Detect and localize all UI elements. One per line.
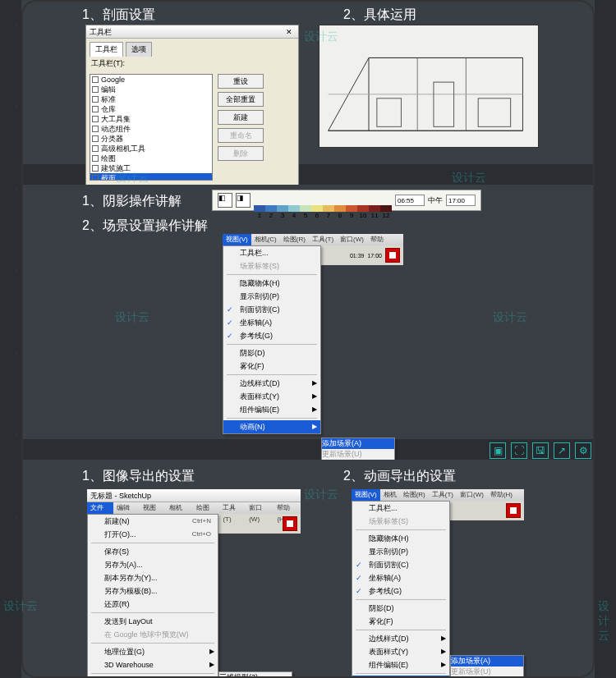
dropdown-item[interactable]: 组件编辑(E)▶ [352, 658, 449, 671]
list-item[interactable]: 编辑 [90, 85, 212, 94]
menu-item[interactable]: 帮助 [367, 234, 387, 245]
menu-item[interactable]: 相机(C) [166, 502, 193, 514]
dropdown-item[interactable]: 表面样式(Y)▶ [352, 645, 449, 658]
shadow-toggle-icon[interactable]: ◧ [218, 193, 232, 208]
submenu-item[interactable]: 三维模型(3)... [219, 672, 292, 678]
sketchup-logo-icon [385, 248, 400, 263]
menu-item[interactable]: 相机 [380, 489, 400, 501]
dropdown-item[interactable]: 打开(O)...Ctrl+O [88, 528, 218, 541]
dropdown-item[interactable]: 发送到 LayOut [88, 615, 218, 628]
separator [91, 543, 214, 543]
month-scale[interactable]: 123456789101112 [254, 196, 392, 204]
menu-item[interactable]: 工具(T) [429, 489, 457, 501]
shadow-settings-icon[interactable]: ◨ [236, 193, 251, 208]
separator [227, 344, 317, 345]
menu-item[interactable]: 窗口(W) [246, 502, 274, 514]
dropdown-item[interactable]: 动画(N)▶ [223, 420, 320, 433]
menu-item[interactable]: 帮助(H) [274, 502, 301, 514]
dropdown-item[interactable]: 阴影(D) [223, 346, 320, 360]
window-titlebar[interactable]: 无标题 - SketchUp [87, 489, 301, 502]
list-item[interactable]: 动态组件 [90, 124, 212, 134]
dialog-button[interactable]: 全部重置 [218, 92, 264, 107]
dialog-button[interactable]: 新建 [218, 110, 264, 125]
time-end[interactable]: 17:00 [446, 195, 476, 206]
dropdown-item[interactable]: 雾化(F) [223, 360, 320, 373]
dropdown-item[interactable]: 副本另存为(Y)... [88, 571, 218, 584]
dropdown-item[interactable]: ✓剖面切割(C) [223, 303, 320, 316]
month-tick: 10 [357, 196, 369, 205]
action-button[interactable]: 🖫 [532, 442, 549, 459]
dropdown-item[interactable]: 阴影(D) [352, 602, 449, 615]
dropdown-item[interactable]: ✓参考线(G) [352, 584, 449, 598]
title-anim-export: 2、动画导出的设置 [343, 468, 456, 485]
dropdown-item[interactable]: ✓坐标轴(A) [352, 571, 449, 584]
close-icon[interactable]: ✕ [283, 25, 295, 38]
submenu-item: 更新场景(U) [322, 449, 394, 460]
dropdown-item[interactable]: 3D Warehouse▶ [88, 658, 218, 671]
menu-item[interactable]: 视图(V) [140, 502, 166, 514]
menu-item[interactable]: 相机(C) [251, 234, 280, 245]
list-item[interactable]: 高级相机工具 [90, 144, 212, 153]
dropdown-item[interactable]: ✓坐标轴(A) [223, 316, 320, 329]
separator [227, 374, 317, 375]
dropdown-item[interactable]: 隐藏物体(H) [223, 277, 320, 290]
month-tick: 6 [311, 196, 323, 205]
dropdown-item[interactable]: 保存(S) [88, 545, 218, 558]
anim-menu-window: 视图(V)相机绘图(R)工具(T)窗口(W)帮助(H) 工具栏...场景标签(S… [352, 489, 524, 520]
menu-item[interactable]: 文件(F) [87, 502, 113, 514]
dialog-titlebar[interactable]: 工具栏 ✕ [86, 25, 298, 39]
list-item[interactable]: 标准 [90, 94, 212, 104]
dropdown-item[interactable]: 工具栏... [352, 502, 449, 515]
dropdown-item[interactable]: 另存为(A)... [88, 558, 218, 571]
list-item[interactable]: 分类器 [90, 134, 212, 144]
action-button[interactable]: ↗ [554, 442, 570, 459]
menu-item[interactable]: 窗口(W) [337, 234, 367, 245]
dialog-button[interactable]: 重设 [218, 74, 264, 89]
menu-item[interactable]: 视图(V) [352, 489, 380, 501]
menubar: 文件(F)编辑(E)视图(V)相机(C)绘图(R)工具(T)窗口(W)帮助(H) [87, 502, 301, 514]
menu-item[interactable]: 绘图(R) [193, 502, 220, 514]
menu-item[interactable]: 编辑(E) [113, 502, 140, 514]
dialog-button: 重命名 [218, 128, 264, 143]
file-menu-window: 无标题 - SketchUp 文件(F)编辑(E)视图(V)相机(C)绘图(R)… [87, 489, 301, 534]
list-item[interactable]: 建筑施工 [90, 163, 212, 173]
dropdown-item[interactable]: 边线样式(D)▶ [223, 377, 320, 390]
dropdown-item[interactable]: ✓参考线(G) [223, 329, 320, 342]
dropdown-item[interactable]: 边线样式(D)▶ [352, 632, 449, 645]
time-start[interactable]: 06:55 [395, 195, 425, 206]
dropdown-item[interactable]: 隐藏物体(H) [352, 532, 449, 545]
dropdown-item[interactable]: 新建(N)Ctrl+N [88, 515, 218, 528]
dropdown-item[interactable]: 显示剖切(P) [352, 545, 449, 558]
action-button[interactable]: ▣ [490, 442, 506, 459]
submenu-item[interactable]: 添加场景(A) [322, 438, 394, 449]
action-button[interactable]: ⚙ [575, 442, 591, 459]
tab-options[interactable]: 选项 [126, 42, 152, 57]
list-item[interactable]: 大工具集 [90, 114, 212, 124]
dropdown-item[interactable]: ✓剖面切割(C) [352, 558, 449, 571]
menu-item[interactable]: 视图(V) [223, 234, 251, 245]
list-item[interactable]: 截面 [90, 173, 212, 181]
menu-item[interactable]: 绘图(R) [400, 489, 429, 501]
dropdown-item[interactable]: 雾化(F) [352, 615, 449, 628]
list-item[interactable]: Google [90, 75, 212, 85]
submenu-item[interactable]: 添加场景(A) [451, 656, 523, 667]
menu-item[interactable]: 工具(T) [309, 234, 337, 245]
month-tick: 8 [334, 196, 346, 205]
dropdown-item[interactable]: 组件编辑(E)▶ [223, 403, 320, 416]
menu-item[interactable]: 帮助(H) [487, 489, 516, 501]
menu-item[interactable]: 工具(T) [219, 502, 246, 514]
list-item[interactable]: 绘图 [90, 153, 212, 163]
list-item[interactable]: 仓库 [90, 104, 212, 114]
dropdown-item[interactable]: 表面样式(Y)▶ [223, 390, 320, 403]
dropdown-item[interactable]: 另存为模板(B)... [88, 584, 218, 598]
dropdown-item[interactable]: 工具栏... [223, 246, 320, 259]
menu-item[interactable]: 绘图(R) [280, 234, 309, 245]
dropdown-item[interactable]: 还原(R) [88, 598, 218, 611]
dropdown-item[interactable]: 地理位置(G)▶ [88, 645, 218, 658]
tab-toolbar[interactable]: 工具栏 [90, 42, 123, 57]
menu-item[interactable]: 窗口(W) [457, 489, 487, 501]
dropdown-item[interactable]: 显示剖切(P) [223, 290, 320, 303]
separator [227, 418, 317, 419]
action-button[interactable]: ⛶ [511, 442, 527, 459]
toolbar-listbox[interactable]: Google编辑标准仓库大工具集动态组件分类器高级相机工具绘图建筑施工截面沙盒实… [90, 74, 213, 181]
